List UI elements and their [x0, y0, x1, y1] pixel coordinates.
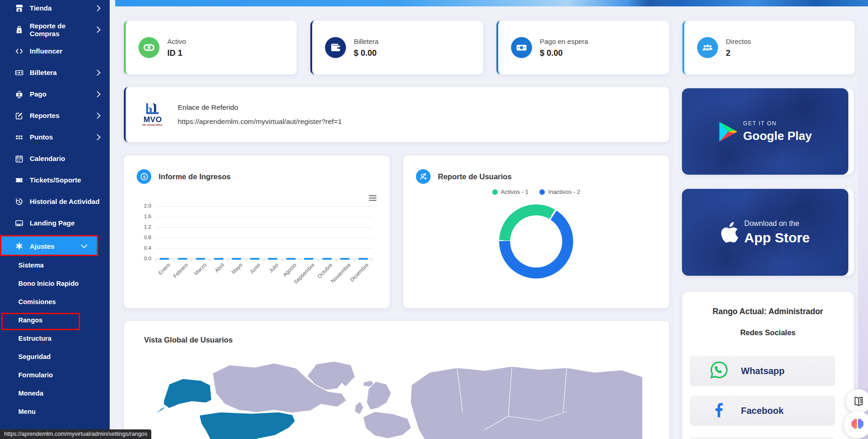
donut-hole [510, 215, 562, 268]
sidebar-item-historial-de-actividad[interactable]: Historial de Actividad [0, 191, 110, 212]
sidebar-item-tickets-soporte[interactable]: Tickets/Soporte [0, 169, 110, 191]
x-axis-tick [210, 259, 210, 262]
sidebar-subitem-bono-inicio-rapido[interactable]: Bono Inicio Rapido [0, 274, 110, 293]
sidebar-subitem-menu[interactable]: Menu [0, 402, 110, 421]
social-title: Redes Sociales [682, 328, 854, 337]
sidebar-subitem-label: Seguridad [18, 353, 51, 360]
bar-zero-value [232, 258, 241, 260]
sidebar-item-label: Puntos [30, 133, 53, 141]
sidebar-subitem-label: Comisiones [18, 298, 56, 305]
sidebar-subitem-label: Estructura [18, 335, 52, 342]
social-button-partial [690, 437, 835, 439]
y-axis-tick-label: 0.0 [128, 256, 151, 261]
open-book-icon [852, 396, 865, 408]
sidebar-item-label: Reporte de Compras [30, 22, 95, 37]
hamburger-menu-icon[interactable] [368, 195, 377, 201]
stat-card-activo: ActivoID 1 [124, 21, 297, 75]
legend-item-inactivos-2: Inactivos - 2 [539, 188, 580, 195]
sidebar: Tienda$Reporte de ComprasInfluencerBille… [0, 0, 110, 439]
assistant-float-button[interactable] [844, 411, 868, 439]
stat-card-label: Activo [167, 37, 186, 45]
sidebar-item-ajustes[interactable]: Ajustes [0, 236, 98, 256]
users-report-card: Reporte de Usuarios Activos - 1Inactivos… [403, 155, 669, 308]
settings-icon [15, 241, 24, 251]
sidebar-item-label: Historial de Actividad [30, 198, 100, 205]
social-button-whatsapp[interactable]: Whatsapp [690, 356, 835, 386]
bar-zero-value [340, 258, 350, 260]
x-axis-tick [282, 259, 282, 262]
sidebar-subitem-comisiones[interactable]: Comisiones [0, 293, 110, 311]
google-play-banner[interactable]: GET IT ON Google Play [682, 88, 848, 175]
sidebar-item-influencer[interactable]: Influencer [0, 40, 110, 62]
bar-zero-value [358, 258, 368, 260]
legend-dot [539, 189, 545, 195]
sidebar-item-reporte-de-compras[interactable]: $Reporte de Compras [0, 19, 110, 40]
chevron-right-icon [94, 134, 101, 140]
user-plus-icon [416, 169, 431, 184]
scrollbar-track[interactable] [858, 0, 868, 439]
header-banner-image [115, 0, 868, 6]
banknote-icon [15, 68, 24, 77]
users-card-title: Reporte de Usuarios [438, 172, 511, 181]
stat-card-pago-en-espera: Pago en espera$ 0.00 [496, 21, 669, 75]
bar-zero-value [196, 258, 205, 260]
sidebar-item-pago[interactable]: Pago [0, 83, 110, 105]
facebook-icon [709, 400, 729, 422]
bar-zero-value [250, 258, 260, 260]
sidebar-item-calendario[interactable]: Calendario [0, 148, 110, 169]
whatsapp-icon [709, 360, 729, 382]
sidebar-subitem-rangos[interactable]: Rangos [0, 311, 110, 329]
y-axis-tick-label: 0.4 [128, 245, 151, 251]
app-store-banner[interactable]: Download on the App Store [682, 189, 848, 276]
reader-float-button[interactable] [846, 389, 868, 414]
sidebar-item-label: Pago [30, 90, 47, 98]
social-button-facebook[interactable]: Facebook [690, 396, 835, 426]
money-transfer-icon [15, 90, 24, 99]
sidebar-subitem-formulario[interactable]: Formulario [0, 366, 110, 384]
sidebar-subitem-label: Formulario [18, 371, 53, 379]
sidebar-item-label: Calendario [30, 155, 65, 162]
legend-label: Activos - 1 [501, 188, 529, 195]
stat-card-value: 2 [726, 48, 751, 58]
sidebar-subitem-seguridad[interactable]: Seguridad [0, 348, 110, 366]
bar-zero-value [304, 258, 314, 260]
store-icon [15, 4, 24, 13]
legend-label: Inactivos - 2 [548, 188, 580, 195]
chart-gridline [155, 206, 372, 207]
sidebar-item-tienda[interactable]: Tienda [0, 0, 110, 19]
stat-card-label: Pago en espera [540, 37, 588, 45]
bar-zero-value [214, 258, 224, 260]
chart-gridline [155, 248, 372, 249]
sidebar-item-label: Tienda [30, 4, 52, 12]
y-axis-tick-label: 1.6 [128, 214, 151, 219]
sidebar-item-reportes[interactable]: Reportes [0, 105, 110, 126]
x-axis-tick [192, 259, 192, 262]
sidebar-subitem-estructura[interactable]: Estructura [0, 329, 110, 348]
google-play-logo-icon [719, 121, 738, 143]
referral-url: https://aprendemlm.com/myvirtual/aut/reg… [178, 118, 342, 126]
x-axis-tick [174, 259, 174, 262]
sidebar-item-puntos[interactable]: Puntos [0, 126, 110, 148]
svg-text:$: $ [143, 174, 145, 179]
sidebar-item-billetera[interactable]: Billetera [0, 62, 110, 83]
x-axis-tick [300, 259, 300, 262]
x-axis-tick [354, 259, 355, 262]
x-axis-tick [228, 259, 228, 262]
global-users-map-card: Vista Global de Usuarios [124, 321, 669, 439]
sidebar-item-landing-page[interactable]: Landing Page [0, 212, 110, 234]
bar-zero-value [160, 258, 169, 260]
chevron-right-icon [94, 91, 101, 97]
wallet-icon [325, 37, 346, 58]
stat-card-text: ActivoID 1 [167, 37, 186, 58]
income-card-title: Informe de Ingresos [159, 172, 231, 181]
x-axis-tick [155, 259, 156, 262]
sidebar-item-label: Influencer [30, 47, 63, 55]
chevron-right-icon [94, 112, 101, 118]
referral-link-card: MVO My Virtual Office Enlace de Referido… [124, 87, 669, 142]
x-axis-tick [264, 259, 264, 262]
app-store-card: Download on the App Store [682, 189, 854, 276]
sidebar-subitem-sistema[interactable]: Sistema [0, 256, 110, 274]
sidebar-subitem-moneda[interactable]: Moneda [0, 384, 110, 402]
users-donut-chart [499, 204, 573, 278]
stat-card-value: ID 1 [167, 48, 186, 58]
